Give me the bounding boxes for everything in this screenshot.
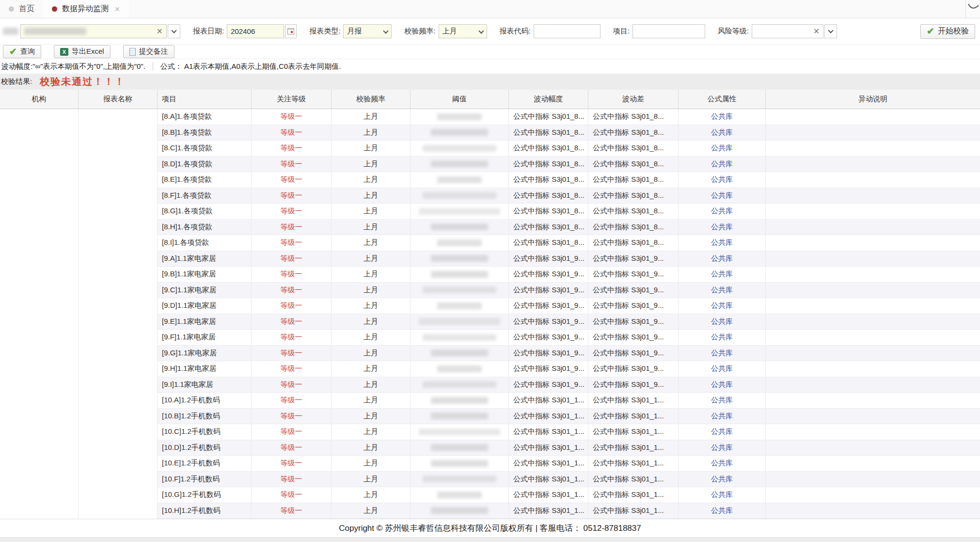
cell-level: 等级一: [252, 251, 332, 267]
cell-attr[interactable]: 公共库: [679, 503, 766, 519]
cell-attr[interactable]: 公共库: [679, 409, 766, 425]
cell-attr[interactable]: 公共库: [679, 251, 766, 267]
risk-level-combobox[interactable]: ✕: [752, 24, 823, 38]
risk-level-clear-icon[interactable]: ✕: [813, 28, 820, 35]
table-row[interactable]: [9.D]1.1家电家居等级一上月公式中指标 S3j01_9...公式中指标 S…: [0, 298, 980, 314]
chevron-down-icon: [171, 28, 176, 33]
cell-attr[interactable]: 公共库: [679, 235, 766, 251]
table-row[interactable]: [8.C]1.各项贷款等级一上月公式中指标 S3j01_8...公式中指标 S3…: [0, 141, 980, 157]
cell-attr[interactable]: 公共库: [679, 472, 766, 488]
tab-home[interactable]: 首页: [0, 0, 43, 18]
table-row[interactable]: [8.B]1.各项贷款等级一上月公式中指标 S3j01_8...公式中指标 S3…: [0, 125, 980, 141]
query-button[interactable]: ✔ 查询: [3, 45, 41, 58]
cell-org: [0, 109, 79, 125]
submit-remark-label: 提交备注: [139, 47, 168, 56]
report-type-label: 报表类型:: [309, 27, 340, 36]
cell-attr[interactable]: 公共库: [679, 172, 766, 188]
cell-amplitude: 公式中指标 S3j01_8...: [509, 204, 588, 220]
check-frequency-select[interactable]: 上月: [439, 24, 487, 38]
cell-level: 等级一: [252, 125, 332, 141]
risk-level-dropdown-button[interactable]: [824, 24, 837, 38]
cell-attr[interactable]: 公共库: [679, 393, 766, 409]
table-row[interactable]: [9.E]1.1家电家居等级一上月公式中指标 S3j01_9...公式中指标 S…: [0, 314, 980, 330]
table-row[interactable]: [10.E]1.2手机数码等级一上月公式中指标 S3j01_1...公式中指标 …: [0, 456, 980, 472]
cell-diff: 公式中指标 S3j01_1...: [588, 424, 679, 440]
org-dropdown-button[interactable]: [168, 24, 180, 38]
cell-attr[interactable]: 公共库: [679, 330, 766, 346]
cell-attr[interactable]: 公共库: [679, 346, 766, 362]
table-row[interactable]: [8.F]1.各项贷款等级一上月公式中指标 S3j01_8...公式中指标 S3…: [0, 188, 980, 204]
table-row[interactable]: [10.H]1.2手机数码等级一上月公式中指标 S3j01_1...公式中指标 …: [0, 503, 980, 519]
cell-freq: 上月: [332, 109, 411, 125]
cell-attr[interactable]: 公共库: [679, 141, 766, 157]
report-date-label: 报表日期:: [193, 27, 224, 36]
cell-attr[interactable]: 公共库: [679, 487, 766, 503]
submit-remark-button[interactable]: 提交备注: [123, 45, 174, 58]
table-row[interactable]: [10.G]1.2手机数码等级一上月公式中指标 S3j01_1...公式中指标 …: [0, 487, 980, 503]
table-row[interactable]: [9.A]1.1家电家居等级一上月公式中指标 S3j01_9...公式中指标 S…: [0, 251, 980, 267]
table-row[interactable]: [10.C]1.2手机数码等级一上月公式中指标 S3j01_1...公式中指标 …: [0, 424, 980, 440]
cell-attr[interactable]: 公共库: [679, 109, 766, 125]
table-row[interactable]: [8.D]1.各项贷款等级一上月公式中指标 S3j01_8...公式中指标 S3…: [0, 157, 980, 173]
report-date-input[interactable]: [227, 24, 284, 38]
cell-attr[interactable]: 公共库: [679, 188, 766, 204]
cell-attr[interactable]: 公共库: [679, 267, 766, 283]
cell-freq: 上月: [332, 220, 411, 236]
cell-attr[interactable]: 公共库: [679, 204, 766, 220]
report-code-input[interactable]: [534, 24, 601, 38]
table-row[interactable]: [9.I]1.1家电家居等级一上月公式中指标 S3j01_9...公式中指标 S…: [0, 377, 980, 393]
cell-attr[interactable]: 公共库: [679, 377, 766, 393]
cell-diff: 公式中指标 S3j01_8...: [588, 125, 679, 141]
cell-attr[interactable]: 公共库: [679, 440, 766, 456]
table-row[interactable]: [8.A]1.各项贷款等级一上月公式中指标 S3j01_8...公式中指标 S3…: [0, 109, 980, 125]
redacted-threshold: [423, 381, 496, 388]
table-row[interactable]: [9.C]1.1家电家居等级一上月公式中指标 S3j01_9...公式中指标 S…: [0, 283, 980, 299]
cell-attr[interactable]: 公共库: [679, 424, 766, 440]
table-row[interactable]: [9.H]1.1家电家居等级一上月公式中指标 S3j01_9...公式中指标 S…: [0, 361, 980, 377]
cell-freq: 上月: [332, 157, 411, 173]
tab-data-anomaly-monitor[interactable]: 数据异动监测 ✕: [43, 0, 129, 18]
table-row[interactable]: [8.G]1.各项贷款等级一上月公式中指标 S3j01_8...公式中指标 S3…: [0, 204, 980, 220]
redacted-threshold: [419, 318, 500, 325]
calendar-button[interactable]: [285, 24, 297, 38]
tab-close-icon[interactable]: ✕: [114, 5, 120, 13]
table-row[interactable]: [10.B]1.2手机数码等级一上月公式中指标 S3j01_1...公式中指标 …: [0, 409, 980, 425]
table-row[interactable]: [9.G]1.1家电家居等级一上月公式中指标 S3j01_9...公式中指标 S…: [0, 346, 980, 362]
redacted-threshold: [423, 334, 496, 341]
table-row[interactable]: [8.E]1.各项贷款等级一上月公式中指标 S3j01_8...公式中指标 S3…: [0, 172, 980, 188]
cell-attr[interactable]: 公共库: [679, 220, 766, 236]
start-check-button[interactable]: ✔ 开始校验: [920, 24, 975, 39]
cell-project: [9.E]1.1家电家居: [158, 314, 252, 330]
cell-project: [8.I]1.各项贷款: [158, 235, 252, 251]
table-row[interactable]: [8.I]1.各项贷款等级一上月公式中指标 S3j01_8...公式中指标 S3…: [0, 235, 980, 251]
table-row[interactable]: [10.D]1.2手机数码等级一上月公式中指标 S3j01_1...公式中指标 …: [0, 440, 980, 456]
cell-attr[interactable]: 公共库: [679, 456, 766, 472]
collapse-curve-icon[interactable]: [967, 1, 979, 12]
check-frequency-value: 上月: [443, 27, 457, 36]
cell-attr[interactable]: 公共库: [679, 125, 766, 141]
report-code-label: 报表代码:: [500, 27, 531, 36]
cell-amplitude: 公式中指标 S3j01_9...: [509, 251, 588, 267]
report-type-select[interactable]: 月报: [343, 24, 392, 38]
cell-diff: 公式中指标 S3j01_1...: [588, 440, 679, 456]
cell-freq: 上月: [332, 456, 411, 472]
cell-attr[interactable]: 公共库: [679, 361, 766, 377]
table-row[interactable]: [9.B]1.1家电家居等级一上月公式中指标 S3j01_9...公式中指标 S…: [0, 267, 980, 283]
cell-attr[interactable]: 公共库: [679, 314, 766, 330]
column-header-project: 项目: [158, 90, 252, 109]
org-clear-icon[interactable]: ✕: [157, 28, 163, 35]
table-row[interactable]: [10.F]1.2手机数码等级一上月公式中指标 S3j01_1...公式中指标 …: [0, 472, 980, 488]
cell-attr[interactable]: 公共库: [679, 283, 766, 299]
org-combobox[interactable]: ✕: [20, 24, 167, 38]
project-input[interactable]: [632, 24, 705, 38]
cell-project: [8.A]1.各项贷款: [158, 109, 252, 125]
export-excel-button[interactable]: X 导出Excel: [54, 45, 111, 58]
table-row[interactable]: [9.F]1.1家电家居等级一上月公式中指标 S3j01_9...公式中指标 S…: [0, 330, 980, 346]
cell-attr[interactable]: 公共库: [679, 298, 766, 314]
cell-attr[interactable]: 公共库: [679, 157, 766, 173]
table-row[interactable]: [10.A]1.2手机数码等级一上月公式中指标 S3j01_1...公式中指标 …: [0, 393, 980, 409]
cell-note: [766, 125, 980, 141]
column-header-level: 关注等级: [252, 90, 332, 109]
table-row[interactable]: [8.H]1.各项贷款等级一上月公式中指标 S3j01_8...公式中指标 S3…: [0, 220, 980, 236]
cell-threshold: [411, 125, 509, 141]
